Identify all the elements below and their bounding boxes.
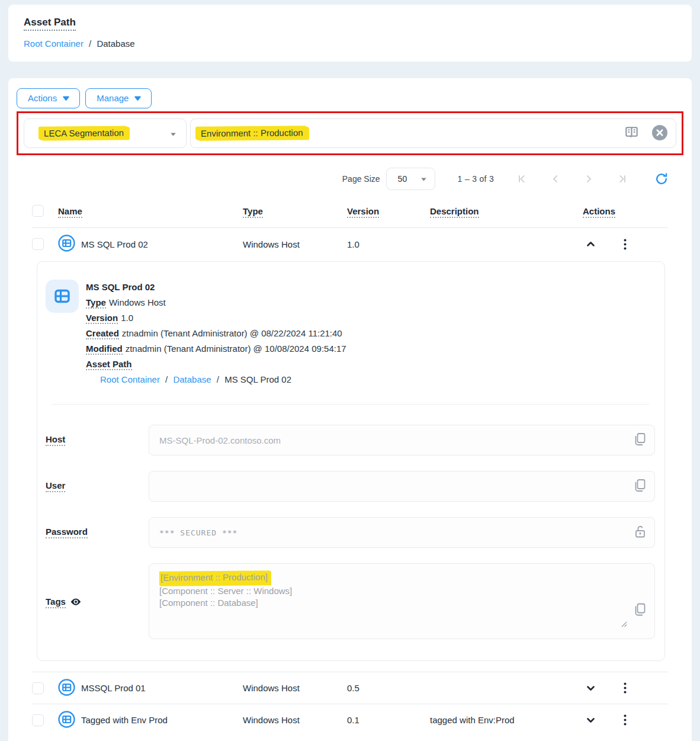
asset-name[interactable]: Tagged with Env Prod (81, 715, 168, 725)
row-menu-button[interactable] (621, 680, 629, 696)
manage-dropdown-button[interactable]: Manage (85, 88, 152, 108)
breadcrumb-current: Database (97, 39, 134, 49)
breadcrumb-separator: / (165, 374, 168, 384)
previous-page-button[interactable] (551, 174, 560, 184)
copy-icon (634, 433, 646, 448)
asset-version: 1.0 (347, 239, 430, 249)
copy-host-button[interactable] (634, 433, 646, 448)
page-size-select[interactable]: 50 (386, 168, 435, 190)
select-arrow-icon (420, 174, 427, 184)
refresh-button[interactable] (655, 172, 668, 185)
windows-host-icon (58, 711, 75, 730)
expand-row-button[interactable] (584, 715, 598, 726)
row-actions-cell (583, 712, 668, 728)
host-input[interactable] (159, 435, 624, 445)
tag-dictionary-button[interactable] (624, 125, 639, 142)
created-value: ztnadmin (Tenant Administrator) @ 08/22/… (122, 328, 342, 338)
user-input[interactable] (159, 482, 624, 492)
column-header-name: Name (58, 206, 243, 216)
password-field-row: Password *** SECURED *** (46, 517, 655, 548)
unlock-password-button[interactable] (635, 525, 646, 540)
detail-asset-path-label-line: Asset Path (86, 357, 346, 372)
breadcrumb-root-container-link[interactable]: Root Container (24, 39, 84, 49)
asset-type: Windows Host (243, 683, 347, 693)
user-input-box (149, 471, 655, 502)
table-header-row: Name Type Version Description Actions (32, 195, 668, 228)
collapse-row-button[interactable] (584, 239, 598, 249)
row-menu-button[interactable] (621, 236, 629, 252)
detail-meta: MS SQL Prod 02 TypeWindows Host Version1… (86, 280, 346, 387)
host-field-row: Host (46, 425, 655, 455)
x-circle-icon (652, 125, 667, 142)
eye-icon[interactable] (70, 598, 81, 608)
modified-value: ztnadmin (Tenant Administrator) @ 10/08/… (126, 344, 346, 354)
next-page-button[interactable] (584, 174, 593, 184)
select-arrow-icon (170, 129, 176, 139)
tags-textarea[interactable]: [Environment :: Production] [Component :… (149, 563, 655, 639)
asset-table: Name Type Version Description Actions MS… (32, 195, 668, 741)
page-size-value: 50 (398, 174, 407, 184)
copy-icon (634, 603, 646, 618)
tag-query-value: Environment :: Production (197, 126, 307, 140)
chevron-down-icon (62, 93, 70, 103)
tags-field-row: Tags [Environment :: Production] [Compon… (46, 563, 655, 639)
pagination-range-text: 1 – 3 of 3 (458, 174, 494, 184)
asset-list-card: Actions Manage LECA Segmentation Environ… (8, 78, 692, 741)
unlock-icon (635, 525, 646, 540)
asset-path-root-link[interactable]: Root Container (100, 374, 160, 384)
table-row: Tagged with Env Prod Windows Host 0.1 ta… (32, 704, 668, 736)
detail-header: MS SQL Prod 02 TypeWindows Host Version1… (46, 280, 655, 387)
modified-label: Modified (86, 344, 123, 355)
user-label: User (46, 480, 149, 492)
asset-name[interactable]: MSSQL Prod 01 (81, 683, 146, 693)
column-header-description: Description (430, 206, 583, 216)
expand-row-button[interactable] (584, 683, 598, 694)
clear-filter-button[interactable] (652, 125, 667, 142)
copy-tags-button[interactable] (634, 603, 646, 618)
version-value: 1.0 (121, 313, 133, 323)
pagination-bar: Page Size 50 1 – 3 of 3 (32, 167, 668, 191)
actions-button-label: Actions (28, 93, 57, 103)
detail-created-line: Createdztnadmin (Tenant Administrator) @… (86, 326, 346, 341)
row-checkbox[interactable] (32, 682, 44, 694)
row-checkbox[interactable] (32, 238, 44, 250)
host-input-box (149, 425, 655, 455)
tags-label: Tags (46, 596, 149, 608)
asset-name-cell: MS SQL Prod 02 (58, 235, 243, 254)
tag-line: [Component :: Server :: Windows] (159, 585, 624, 598)
asset-detail-panel: MS SQL Prod 02 TypeWindows Host Version1… (37, 261, 665, 661)
last-page-button[interactable] (617, 174, 627, 184)
asset-version: 0.5 (347, 683, 430, 693)
first-page-button[interactable] (518, 174, 527, 184)
tag-query-input[interactable]: Environment :: Production (190, 118, 676, 148)
spacer (32, 736, 668, 741)
breadcrumb-separator: / (217, 374, 219, 384)
page-size-label: Page Size (342, 174, 380, 184)
row-checkbox[interactable] (32, 714, 44, 726)
table-row: MS SQL Prod 02 Windows Host 1.0 (32, 228, 668, 260)
copy-user-button[interactable] (634, 479, 646, 494)
windows-host-icon (58, 679, 75, 698)
asset-name-cell: Tagged with Env Prod (58, 711, 243, 730)
actions-dropdown-button[interactable]: Actions (17, 88, 80, 108)
textarea-resize-handle[interactable] (621, 618, 627, 631)
column-header-type: Type (243, 206, 347, 216)
column-header-version: Version (347, 206, 430, 216)
type-label: Type (86, 297, 106, 309)
asset-path-database-link[interactable]: Database (173, 374, 211, 384)
asset-path-card: Asset Path Root Container / Database (8, 5, 692, 62)
asset-name[interactable]: MS SQL Prod 02 (81, 239, 148, 249)
asset-version: 0.1 (347, 715, 430, 725)
page-title: Asset Path (24, 17, 76, 31)
password-label: Password (46, 527, 149, 538)
detail-type-line: TypeWindows Host (86, 295, 346, 310)
created-label: Created (86, 328, 119, 339)
chevron-down-icon (134, 93, 142, 103)
asset-type: Windows Host (243, 715, 347, 725)
select-all-checkbox[interactable] (32, 205, 44, 217)
segmentation-select[interactable]: LECA Segmentation (24, 118, 187, 148)
row-actions-cell (583, 680, 668, 696)
detail-version-line: Version1.0 (86, 310, 346, 326)
asset-description: tagged with Env:Prod (430, 715, 583, 725)
row-menu-button[interactable] (621, 712, 629, 728)
